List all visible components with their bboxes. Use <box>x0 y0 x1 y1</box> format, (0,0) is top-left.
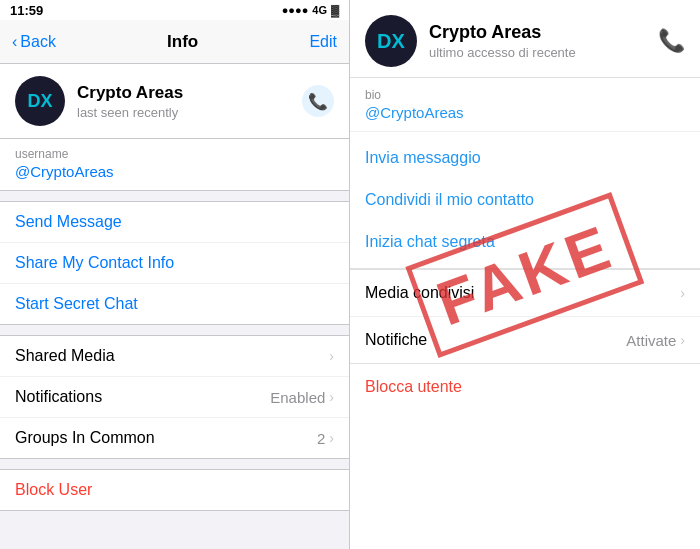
share-contact-button[interactable]: Share My Contact Info <box>0 243 349 284</box>
chevron-right-icon: › <box>329 348 334 364</box>
notifications-right: Enabled › <box>270 389 334 406</box>
groups-value: 2 <box>317 430 325 447</box>
chevron-right-icon: › <box>680 285 685 301</box>
edit-button[interactable]: Edit <box>309 33 337 51</box>
shared-media-item[interactable]: Shared Media › <box>0 336 349 377</box>
avatar: DX <box>15 76 65 126</box>
username-value: @CryptoAreas <box>15 163 334 180</box>
secret-chat-button[interactable]: Start Secret Chat <box>0 284 349 324</box>
chevron-right-icon: › <box>680 332 685 348</box>
notifications-label: Notifications <box>15 388 102 406</box>
call-button[interactable]: 📞 <box>302 85 334 117</box>
right-profile-section: DX Crypto Areas ultimo accesso di recent… <box>350 0 700 78</box>
status-icons: ●●●● 4G ▓ <box>282 4 339 16</box>
bio-label: bio <box>365 88 685 102</box>
chevron-right-icon: › <box>329 430 334 446</box>
bio-section: bio @CryptoAreas <box>350 78 700 132</box>
condividi-contatto-button[interactable]: Condividi il mio contatto <box>350 179 700 221</box>
invia-messaggio-button[interactable]: Invia messaggio <box>350 137 700 179</box>
inizia-chat-segreta-button[interactable]: Inizia chat segreta <box>350 221 700 263</box>
blocca-utente-button[interactable]: Blocca utente <box>365 378 462 395</box>
profile-info: Crypto Areas last seen recently <box>77 83 290 120</box>
groups-label: Groups In Common <box>15 429 155 447</box>
media-condivisi-right: › <box>680 285 685 301</box>
nav-title: Info <box>167 32 198 52</box>
chevron-left-icon: ‹ <box>12 33 17 51</box>
username-section: username @CryptoAreas <box>0 139 349 191</box>
settings-list: Shared Media › Notifications Enabled › G… <box>0 335 349 459</box>
network-icon: 4G <box>312 4 327 16</box>
notifiche-item[interactable]: Notifiche Attivate › <box>350 317 700 363</box>
notifications-value: Enabled <box>270 389 325 406</box>
notifications-item[interactable]: Notifications Enabled › <box>0 377 349 418</box>
right-profile-name: Crypto Areas <box>429 22 646 43</box>
left-panel: 11:59 ●●●● 4G ▓ ‹ Back Info Edit DX Cryp… <box>0 0 350 549</box>
profile-name: Crypto Areas <box>77 83 290 103</box>
time-display: 11:59 <box>10 3 43 18</box>
right-block-section[interactable]: Blocca utente <box>350 363 700 410</box>
back-button[interactable]: ‹ Back <box>12 33 56 51</box>
send-message-button[interactable]: Send Message <box>0 202 349 243</box>
block-user-button[interactable]: Block User <box>15 481 92 498</box>
navigation-bar: ‹ Back Info Edit <box>0 20 349 64</box>
signal-icon: ●●●● <box>282 4 309 16</box>
groups-in-common-item[interactable]: Groups In Common 2 › <box>0 418 349 458</box>
block-user-section[interactable]: Block User <box>0 469 349 511</box>
shared-media-right: › <box>329 348 334 364</box>
media-condivisi-item[interactable]: Media condivisi › <box>350 270 700 317</box>
battery-icon: ▓ <box>331 4 339 16</box>
right-avatar: DX <box>365 15 417 67</box>
right-panel: DX Crypto Areas ultimo accesso di recent… <box>350 0 700 549</box>
profile-section: DX Crypto Areas last seen recently 📞 <box>0 64 349 139</box>
bio-value: @CryptoAreas <box>365 104 685 121</box>
profile-status: last seen recently <box>77 105 290 120</box>
notifiche-label: Notifiche <box>365 331 427 349</box>
action-list: Send Message Share My Contact Info Start… <box>0 201 349 325</box>
chevron-right-icon: › <box>329 389 334 405</box>
notifiche-right: Attivate › <box>626 332 685 349</box>
notifiche-value: Attivate <box>626 332 676 349</box>
groups-right: 2 › <box>317 430 334 447</box>
right-profile-info: Crypto Areas ultimo accesso di recente <box>429 22 646 60</box>
right-action-list: Invia messaggio Condividi il mio contatt… <box>350 132 700 269</box>
media-condivisi-label: Media condivisi <box>365 284 474 302</box>
username-label: username <box>15 147 334 161</box>
back-label: Back <box>20 33 56 51</box>
right-settings-list: Media condivisi › Notifiche Attivate › <box>350 269 700 363</box>
shared-media-label: Shared Media <box>15 347 115 365</box>
status-bar: 11:59 ●●●● 4G ▓ <box>0 0 349 20</box>
right-profile-status: ultimo accesso di recente <box>429 45 646 60</box>
right-call-button[interactable]: 📞 <box>658 28 685 54</box>
